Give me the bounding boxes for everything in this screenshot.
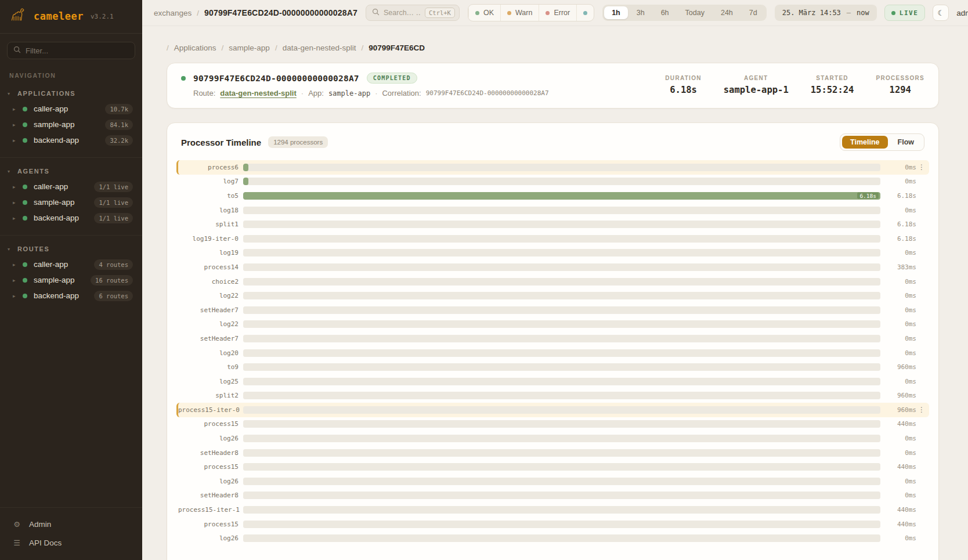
sidebar-section-items: ▸ caller-app 4 routes ▸ sample-app 16 ro…	[0, 256, 142, 304]
sidebar-item[interactable]: ▸ backend-app 32.2k	[0, 132, 142, 148]
sidebar-item[interactable]: ▸ caller-app 1/1 live	[0, 179, 142, 194]
timeline-track	[243, 320, 880, 328]
timeline-track	[243, 449, 880, 457]
sidebar-item[interactable]: ▸ sample-app 84.1k	[0, 117, 142, 132]
timeline-bar	[243, 178, 248, 185]
processor-name: log22	[178, 320, 243, 328]
live-toggle[interactable]: LIVE	[884, 5, 926, 21]
timeline-row[interactable]: log26 0ms ⋮	[176, 431, 929, 446]
theme-toggle-button[interactable]: ☾	[933, 5, 949, 21]
view-toggle-button[interactable]: Flow	[890, 136, 922, 149]
timeline-row[interactable]: setHeader8 0ms ⋮	[176, 489, 929, 503]
search-input[interactable]	[384, 9, 421, 17]
timeline-row[interactable]: log20 0ms ⋮	[176, 346, 929, 360]
status-filter-chip[interactable]: Error	[539, 5, 576, 21]
sidebar-footer-item[interactable]: ⚙ Admin	[0, 515, 142, 533]
breadcrumb-segment: / 90799F47E6CD	[361, 44, 425, 52]
sidebar-item[interactable]: ▸ caller-app 4 routes	[0, 256, 142, 272]
processor-name: log26	[178, 435, 243, 442]
exchange-meta: Route: data-gen-nested-split · App: samp…	[193, 89, 549, 97]
exchange-header-card: 90799F47E6CD24D-00000000000028A7 COMPLET…	[167, 63, 939, 109]
timeline-row[interactable]: to9 960ms ⋮	[176, 360, 929, 374]
processor-duration: 6.18s	[885, 192, 916, 200]
sidebar-filter[interactable]	[7, 42, 135, 59]
time-range-button[interactable]: 7d	[742, 6, 765, 19]
caret-right-icon: ▸	[13, 200, 18, 205]
timeline-row[interactable]: log22 0ms ⋮	[176, 317, 929, 332]
time-range-button[interactable]: Today	[678, 6, 712, 19]
timeline-track	[243, 306, 880, 314]
stat-block: PROCESSORS 1294	[876, 75, 924, 95]
breadcrumb-exchange-id[interactable]: 90799F47E6CD24D-00000000000028A7	[204, 8, 357, 17]
status-filter-chip[interactable]: Warn	[500, 5, 539, 21]
timeline-row[interactable]: process14 383ms ⋮	[176, 260, 929, 274]
sidebar-section-header[interactable]: ▾ APPLICATIONS	[0, 88, 142, 101]
timeline-row[interactable]: log18 0ms ⋮	[176, 203, 929, 218]
sidebar-section-header[interactable]: ▾ AGENTS	[0, 166, 142, 179]
sidebar-item[interactable]: ▸ sample-app 1/1 live	[0, 194, 142, 210]
timeline-row[interactable]: setHeader7 0ms ⋮	[176, 331, 929, 346]
kebab-menu-icon[interactable]: ⋮	[916, 406, 927, 414]
processor-name: process15-iter-1	[178, 506, 243, 514]
global-search[interactable]: Ctrl+K	[366, 5, 460, 21]
processor-duration: 0ms	[885, 478, 916, 485]
breadcrumb-separator: /	[361, 44, 363, 52]
sidebar-item[interactable]: ▸ backend-app 6 routes	[0, 288, 142, 304]
timeline-track	[243, 521, 880, 528]
timeline-row[interactable]: choice2 0ms ⋮	[176, 274, 929, 289]
timeline-track	[243, 392, 880, 399]
status-filter-chip[interactable]: OK	[468, 5, 500, 21]
timeline-row[interactable]: log25 0ms ⋮	[176, 374, 929, 389]
date-range-picker[interactable]: 25. März 14:53 – now	[775, 5, 877, 21]
sidebar-section-items: ▸ caller-app 1/1 live ▸ sample-app 1/1 l…	[0, 179, 142, 226]
timeline-row[interactable]: process15 440ms ⋮	[176, 460, 929, 474]
breadcrumb-link[interactable]: data-gen-nested-split	[283, 44, 356, 52]
timeline-row[interactable]: setHeader7 0ms ⋮	[176, 303, 929, 317]
route-link[interactable]: data-gen-nested-split	[220, 89, 296, 97]
breadcrumb-link[interactable]: 90799F47E6CD	[369, 44, 425, 52]
timeline-row[interactable]: log26 0ms ⋮	[176, 531, 929, 545]
caret-right-icon: ▸	[13, 138, 18, 143]
content-area: / Applications / sample-app / data-gen-n…	[142, 26, 968, 560]
status-filter-chip[interactable]	[576, 5, 594, 21]
sidebar-nav: ▾ APPLICATIONS ▸ caller-app 10.7k	[0, 84, 142, 310]
processor-duration: 960ms	[885, 406, 916, 414]
timeline-row[interactable]: process15 440ms ⋮	[176, 517, 929, 532]
app-logo[interactable]: cameleer v3.2.1	[0, 0, 142, 34]
time-range-button[interactable]: 1h	[604, 6, 628, 19]
timeline-row[interactable]: log19-iter-0 6.18s ⋮	[176, 232, 929, 246]
processor-duration: 0ms	[885, 449, 916, 457]
timeline-row[interactable]: setHeader8 0ms ⋮	[176, 446, 929, 460]
view-toggle-button[interactable]: Timeline	[842, 136, 887, 149]
sidebar-footer-item[interactable]: ☰ API Docs	[0, 533, 142, 552]
timeline-row[interactable]: log22 0ms ⋮	[176, 288, 929, 303]
timeline-row[interactable]: split2 960ms ⋮	[176, 389, 929, 403]
sidebar-item[interactable]: ▸ backend-app 1/1 live	[0, 210, 142, 226]
timeline-row[interactable]: to5 6.18s 6.18s ⋮	[176, 189, 929, 203]
timeline-track	[243, 164, 880, 171]
sidebar-filter-input[interactable]	[26, 46, 129, 55]
sidebar-item[interactable]: ▸ caller-app 10.7k	[0, 101, 142, 117]
processor-duration: 0ms	[885, 378, 916, 385]
kebab-menu-icon[interactable]: ⋮	[916, 163, 927, 171]
time-range-button[interactable]: 24h	[713, 6, 741, 19]
meta-separator: ·	[301, 89, 304, 97]
timeline-row[interactable]: split1 6.18s ⋮	[176, 217, 929, 232]
timeline-row[interactable]: process15-iter-1 440ms ⋮	[176, 503, 929, 517]
timeline-row[interactable]: log19 0ms ⋮	[176, 246, 929, 261]
sidebar-footer: ⚙ Admin ☰ API Docs	[0, 507, 142, 560]
breadcrumb-link[interactable]: sample-app	[229, 44, 270, 52]
breadcrumb-exchanges-link[interactable]: exchanges	[154, 9, 192, 17]
timeline-row[interactable]: process15 440ms ⋮	[176, 417, 929, 432]
timeline-row[interactable]: process6 0ms ⋮	[176, 160, 929, 175]
sidebar-section-header[interactable]: ▾ ROUTES	[0, 244, 142, 256]
sidebar-item[interactable]: ▸ sample-app 16 routes	[0, 272, 142, 288]
processor-name: log18	[178, 207, 243, 214]
status-dot	[23, 185, 27, 189]
timeline-row[interactable]: process15-iter-0 960ms ⋮	[176, 403, 929, 417]
time-range-button[interactable]: 3h	[629, 6, 652, 19]
timeline-row[interactable]: log7 0ms ⋮	[176, 175, 929, 189]
breadcrumb-link[interactable]: Applications	[174, 44, 216, 52]
time-range-button[interactable]: 6h	[653, 6, 677, 19]
timeline-row[interactable]: log26 0ms ⋮	[176, 474, 929, 489]
